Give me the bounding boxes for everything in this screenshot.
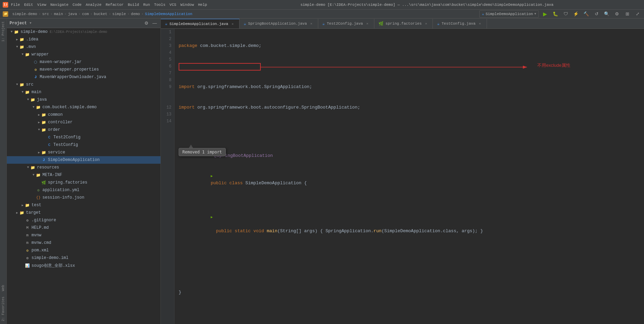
tree-root[interactable]: ▼ 📁 simple-demo E:\IDEA-Projects\simple-… xyxy=(7,28,160,36)
tree-java-dir[interactable]: ▼ 📁 java xyxy=(7,96,160,103)
bc-simple-demo[interactable]: simple-demo xyxy=(12,12,37,16)
tree-order[interactable]: ▼ 📁 order xyxy=(7,126,160,134)
menu-build[interactable]: Build xyxy=(128,3,139,7)
com-bucket-icon: 📁 xyxy=(36,104,41,110)
tree-test[interactable]: ▶ 📁 test xyxy=(7,201,160,209)
run-button[interactable]: ▶ xyxy=(541,10,549,18)
tab-spring-factories[interactable]: 🌿 spring.factories ✕ xyxy=(374,19,433,28)
menu-edit[interactable]: Edit xyxy=(24,3,33,7)
tree-com-bucket[interactable]: ▼ 📁 com.bucket.simple.demo xyxy=(7,103,160,111)
sidebar-collapse-button[interactable]: — xyxy=(152,20,158,26)
tree-maven-jar[interactable]: ⬡ maven-wrapper.jar xyxy=(7,58,160,66)
tree-sougo[interactable]: 📊 sougo创意_全部.xlsx xyxy=(7,262,160,269)
menu-help[interactable]: Help xyxy=(198,3,207,7)
tab-test2config-close[interactable]: ✕ xyxy=(365,21,370,26)
controller-icon: 📁 xyxy=(41,120,47,125)
tree-session-info[interactable]: {} session-info.json xyxy=(7,194,160,201)
tree-spring-factories[interactable]: 🌿 spring.factories xyxy=(7,179,160,186)
layout-button[interactable]: ⊞ xyxy=(623,10,631,18)
tree-controller[interactable]: ▶ 📁 controller xyxy=(7,119,160,126)
menu-run[interactable]: Run xyxy=(143,3,150,7)
tree-mvnw-cmd[interactable]: m mvnw.cmd xyxy=(7,239,160,247)
test2config-label: Test2Config xyxy=(53,135,80,140)
tab-testconfig-close[interactable]: ✕ xyxy=(478,21,482,26)
tree-mvnw[interactable]: m mvnw xyxy=(7,232,160,239)
tree-gitignore[interactable]: ⚙ .gitignore xyxy=(7,216,160,224)
reload-button[interactable]: ↺ xyxy=(593,10,600,18)
bc-main[interactable]: main xyxy=(54,12,63,16)
code-editor[interactable]: 1 2 3 4 5 6 7 8 9 12 13 14 pac xyxy=(161,29,644,324)
tab-test2config[interactable]: ☕ Test2Config.java ✕ xyxy=(318,19,374,28)
tree-maven-downloader[interactable]: J MavenWrapperDownloader.java xyxy=(7,73,160,81)
main-arrow: ▼ xyxy=(21,90,25,94)
tree-main[interactable]: ▼ 📁 main xyxy=(7,88,160,96)
pom-label: pom.xml xyxy=(31,248,49,253)
tree-idea[interactable]: ▶ 📁 .idea xyxy=(7,36,160,43)
bc-simple[interactable]: simple xyxy=(112,12,126,16)
menu-window[interactable]: Window xyxy=(180,3,194,7)
wrapper-label: wrapper xyxy=(31,52,49,57)
code-line-2 xyxy=(179,63,644,70)
left-tab-strip: 1: Project Web 2: Favorites xyxy=(0,18,7,324)
project-dropdown-icon[interactable]: ▼ xyxy=(29,22,31,25)
tree-app-yml[interactable]: ⚙ application.yml xyxy=(7,186,160,194)
tree-service[interactable]: ▶ 📁 service xyxy=(7,149,160,156)
tree-src[interactable]: ▼ 📁 src xyxy=(7,81,160,88)
project-icon: 📁 xyxy=(3,11,8,17)
web-tab[interactable]: Web xyxy=(1,282,6,294)
tab-spring-factories-close[interactable]: ✕ xyxy=(424,21,428,26)
coverage-button[interactable]: 🛡 xyxy=(562,10,569,18)
tree-resources[interactable]: ▼ 📁 resources xyxy=(7,164,160,171)
bc-src[interactable]: src xyxy=(42,12,49,16)
breadcrumb: simple-demo › src › main › java › com › … xyxy=(12,12,192,16)
sidebar-settings-button[interactable]: ⚙ xyxy=(143,20,150,26)
settings-toolbar-button[interactable]: ⚙ xyxy=(613,10,621,18)
maximize-button[interactable]: ⤢ xyxy=(634,10,641,18)
tree-test2config[interactable]: C Test2Config xyxy=(7,134,160,141)
tab-springboot-close[interactable]: ✕ xyxy=(309,21,314,26)
run-config-selector[interactable]: ☕ SimpleDemoApplication ▼ xyxy=(479,10,539,18)
menu-vcs[interactable]: VCS xyxy=(169,3,176,7)
tree-simpledemo[interactable]: J SimpleDemoApplication xyxy=(7,156,160,164)
tree-meta-inf[interactable]: ▼ 📁 META-INF xyxy=(7,171,160,179)
tree-target[interactable]: ▶ 📁 target xyxy=(7,209,160,216)
menu-analyze[interactable]: Analyze xyxy=(86,3,101,7)
code-line-5 xyxy=(179,125,644,132)
search-toolbar-button[interactable]: 🔍 xyxy=(603,10,610,18)
project-tab[interactable]: 1: Project xyxy=(1,18,6,45)
annotation-text: @SpringBootApplication xyxy=(214,152,273,159)
debug-button[interactable]: 🐛 xyxy=(552,10,559,18)
code-line-4: import org.springframework.boot.autoconf… xyxy=(179,104,644,111)
menu-file[interactable]: File xyxy=(11,3,20,7)
tree-common[interactable]: ▶ 📁 common xyxy=(7,111,160,119)
tree-iml[interactable]: ⚙ simple-demo.iml xyxy=(7,254,160,262)
bc-demo[interactable]: demo xyxy=(131,12,140,16)
tree-help-md[interactable]: M HELP.md xyxy=(7,224,160,232)
bc-class[interactable]: SimpleDemoApplication xyxy=(145,12,193,16)
profile-button[interactable]: ⚡ xyxy=(572,10,580,18)
menu-view[interactable]: View xyxy=(37,3,46,7)
spring-factories-icon: 🌿 xyxy=(41,180,47,185)
order-label: order xyxy=(48,127,60,132)
menu-tools[interactable]: Tools xyxy=(154,3,165,7)
tab-springboot[interactable]: ☕ SpringBootApplication.java ✕ xyxy=(240,19,318,28)
build-button[interactable]: 🔨 xyxy=(582,10,590,18)
favorites-tab[interactable]: 2: Favorites xyxy=(1,294,6,324)
bc-bucket[interactable]: bucket xyxy=(94,12,107,16)
tree-maven-props[interactable]: ⚙ maven-wrapper.properties xyxy=(7,66,160,73)
bc-com[interactable]: com xyxy=(82,12,89,16)
menu-code[interactable]: Code xyxy=(73,3,81,7)
tree-wrapper[interactable]: ▼ 📁 wrapper xyxy=(7,51,160,58)
tree-testconfig[interactable]: C TestConfig xyxy=(7,141,160,149)
window-title: simple-demo [E:\IDEA-Projects\simple-dem… xyxy=(212,3,641,7)
maven-jar-label: maven-wrapper.jar xyxy=(40,60,81,64)
menu-bar[interactable]: File Edit View Navigate Code Analyze Ref… xyxy=(11,3,207,7)
tree-pom[interactable]: ⚙ pom.xml xyxy=(7,247,160,254)
menu-navigate[interactable]: Navigate xyxy=(50,3,68,7)
tab-testconfig[interactable]: ☕ TestConfig.java ✕ xyxy=(433,19,487,28)
tree-mvn[interactable]: ▼ 📁 .mvn xyxy=(7,43,160,51)
menu-refactor[interactable]: Refactor xyxy=(106,3,124,7)
tab-simpledemo[interactable]: ☕ SimpleDemoApplication.java ✕ xyxy=(161,19,240,28)
bc-java[interactable]: java xyxy=(68,12,77,16)
tab-simpledemo-close[interactable]: ✕ xyxy=(230,22,235,26)
